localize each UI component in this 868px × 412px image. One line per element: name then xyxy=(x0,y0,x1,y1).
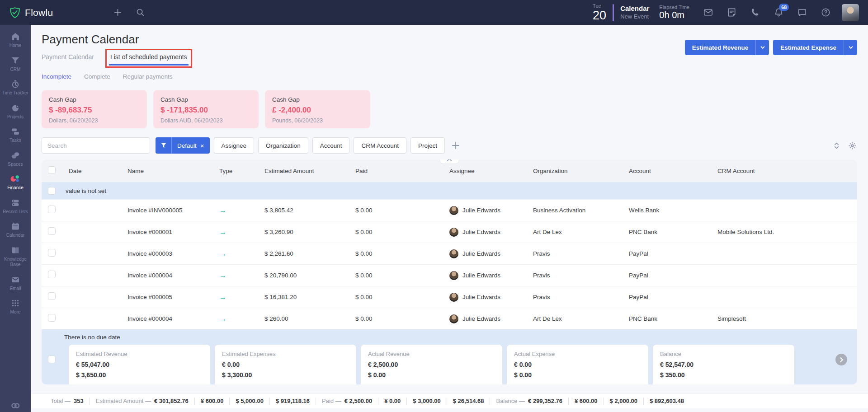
assignee-avatar xyxy=(449,249,458,258)
column-header-organization[interactable]: Organization xyxy=(526,168,622,174)
filter-chip-project[interactable]: Project xyxy=(410,137,445,154)
table-body: value is not setInvoice #INV000005→$ 3,8… xyxy=(42,182,857,329)
cell-name[interactable]: Invoice #INV000005 xyxy=(120,207,212,214)
table-row[interactable]: Invoice #000004→$ 20,790.00$ 0.00Julie E… xyxy=(42,264,857,286)
chevron-down-icon[interactable] xyxy=(755,40,769,55)
tab-payment-calendar[interactable]: Payment Calendar xyxy=(42,53,94,66)
cell-assignee: Julie Edwards xyxy=(442,249,526,258)
row-checkbox[interactable] xyxy=(48,206,56,213)
sidebar-item-record-lists[interactable]: Record Lists xyxy=(0,195,30,219)
column-header-crm-account[interactable]: CRM Account xyxy=(710,168,857,174)
assignee-name: Julie Edwards xyxy=(462,250,500,257)
tab-list-of-scheduled-payments[interactable]: List of scheduled payments xyxy=(110,53,187,66)
table-row[interactable]: Invoice #INV000005→$ 3,805.42$ 0.00Julie… xyxy=(42,199,857,221)
add-filter-icon[interactable] xyxy=(450,140,461,151)
collapse-table-pill[interactable] xyxy=(439,159,459,164)
sidebar-item-knowledge-base[interactable]: Knowledge Base xyxy=(0,242,30,272)
phone-icon[interactable] xyxy=(750,7,760,18)
chat-icon[interactable] xyxy=(797,7,807,18)
filter-chip-assignee[interactable]: Assignee xyxy=(214,137,255,154)
subtab-incomplete[interactable]: Incomplete xyxy=(42,73,71,80)
sidebar-item-home[interactable]: Home xyxy=(0,28,30,52)
bell-icon[interactable]: 68 xyxy=(774,7,784,18)
main-content: Payment Calendar Estimated Revenue Estim… xyxy=(31,25,868,412)
table-row[interactable]: Invoice #000001→$ 3,260.90$ 0.00Julie Ed… xyxy=(42,221,857,243)
cell-organization: Pravis xyxy=(526,294,622,300)
sidebar-item-email[interactable]: Email xyxy=(0,272,30,295)
elapsed-time-widget[interactable]: Elapsed Time 0h 0m xyxy=(659,5,689,21)
column-header-date[interactable]: Date xyxy=(61,168,120,174)
next-summary-button[interactable] xyxy=(835,354,847,365)
row-checkbox[interactable] xyxy=(48,271,56,278)
mail-icon[interactable] xyxy=(703,7,713,18)
summary-card-label: Actual Revenue xyxy=(368,351,495,357)
cash-gap-card[interactable]: Cash Gap£ -2,400.00Pounds, 06/20/2023 xyxy=(265,90,370,128)
cell-paid: $ 0.00 xyxy=(348,294,442,300)
cell-name[interactable]: Invoice #000001 xyxy=(120,229,212,235)
plus-icon[interactable] xyxy=(113,7,123,18)
sidebar-item-crm[interactable]: CRM xyxy=(0,52,30,76)
select-all-checkbox[interactable] xyxy=(48,166,56,174)
sidebar: HomeCRMTime TrackerProjectsTasksSpacesFi… xyxy=(0,25,31,412)
sidebar-item-more[interactable]: More xyxy=(0,295,30,319)
cell-name[interactable]: Invoice #000004 xyxy=(120,272,212,279)
row-checkbox[interactable] xyxy=(48,314,56,322)
cash-gap-card[interactable]: Cash Gap$ -171,835.00Dollars AUD, 06/20/… xyxy=(153,90,259,128)
help-icon[interactable] xyxy=(821,7,831,18)
cell-type: → xyxy=(212,250,257,258)
group-checkbox[interactable] xyxy=(48,187,56,195)
collapse-rows-icon[interactable] xyxy=(833,142,840,150)
table-row[interactable]: Invoice #000004→$ 260.00$ 0.00Julie Edwa… xyxy=(42,308,857,329)
filter-chip-account[interactable]: Account xyxy=(312,137,350,154)
totals-label-total: Total — xyxy=(51,398,71,404)
sidebar-item-finance[interactable]: Finance xyxy=(0,171,30,195)
filter-chip-default[interactable]: Default × xyxy=(156,137,210,154)
column-header-paid[interactable]: Paid xyxy=(348,168,442,174)
column-header-name[interactable]: Name xyxy=(120,168,212,174)
remove-filter-icon[interactable]: × xyxy=(199,142,210,150)
row-checkbox-cell xyxy=(42,314,61,323)
sidebar-item-projects[interactable]: Projects xyxy=(0,100,30,124)
column-header-assignee[interactable]: Assignee xyxy=(442,168,526,174)
cell-name[interactable]: Invoice #000004 xyxy=(120,315,212,322)
sidebar-item-spaces[interactable]: Spaces xyxy=(0,147,30,171)
sidebar-item-calendar[interactable]: Calendar xyxy=(0,218,30,242)
group-checkbox[interactable] xyxy=(48,356,56,363)
row-checkbox[interactable] xyxy=(48,249,56,257)
sidebar-item-partial[interactable] xyxy=(0,398,30,412)
subtab-regular-payments[interactable]: Regular payments xyxy=(123,73,173,80)
summary-card-estimated-expenses: Estimated Expenses€ 0.00$ 3,300.00 xyxy=(215,345,356,384)
row-checkbox[interactable] xyxy=(48,292,56,300)
filter-chip-crm-account[interactable]: CRM Account xyxy=(354,137,406,154)
table-row[interactable]: Invoice #000003→$ 2,261.60$ 0.00Julie Ed… xyxy=(42,243,857,264)
sidebar-item-label: Time Tracker xyxy=(1,90,29,96)
cell-name[interactable]: Invoice #000003 xyxy=(120,250,212,257)
search-input[interactable] xyxy=(42,137,150,154)
column-header-account[interactable]: Account xyxy=(622,168,710,174)
totals-value: ¥ 0.00 xyxy=(384,398,401,404)
active-tab-underline xyxy=(109,64,189,66)
calendar-widget[interactable]: Calendar New Event xyxy=(620,5,649,20)
topbar-date[interactable]: Tue 20 xyxy=(593,4,606,22)
subtab-complete[interactable]: Complete xyxy=(84,73,110,80)
chevron-down-icon[interactable] xyxy=(844,40,857,55)
email-icon xyxy=(10,275,20,285)
estimated-revenue-button[interactable]: Estimated Revenue xyxy=(685,40,769,55)
notes-icon[interactable] xyxy=(726,7,737,18)
column-header-type[interactable]: Type xyxy=(212,168,257,174)
totals-value: 353 xyxy=(74,398,84,404)
user-avatar[interactable] xyxy=(842,4,859,21)
summary-card-usd-value: $ 3,650.00 xyxy=(76,371,203,379)
filter-chip-organization[interactable]: Organization xyxy=(258,137,308,154)
gear-icon[interactable] xyxy=(849,142,856,150)
sidebar-item-tasks[interactable]: Tasks xyxy=(0,123,30,147)
search-icon[interactable] xyxy=(135,7,146,18)
sidebar-item-time-tracker[interactable]: Time Tracker xyxy=(0,76,30,100)
table-row[interactable]: Invoice #000005→$ 16,381.20$ 0.00Julie E… xyxy=(42,286,857,308)
app-logo[interactable]: Flowlu xyxy=(9,7,53,19)
row-checkbox[interactable] xyxy=(48,227,56,235)
estimated-expense-button[interactable]: Estimated Expense xyxy=(773,40,857,55)
cash-gap-card[interactable]: Cash Gap$ -89,683.75Dollars, 06/20/2023 xyxy=(42,90,147,128)
column-header-estimated-amount[interactable]: Estimated Amount xyxy=(257,168,348,174)
cell-name[interactable]: Invoice #000005 xyxy=(120,294,212,300)
